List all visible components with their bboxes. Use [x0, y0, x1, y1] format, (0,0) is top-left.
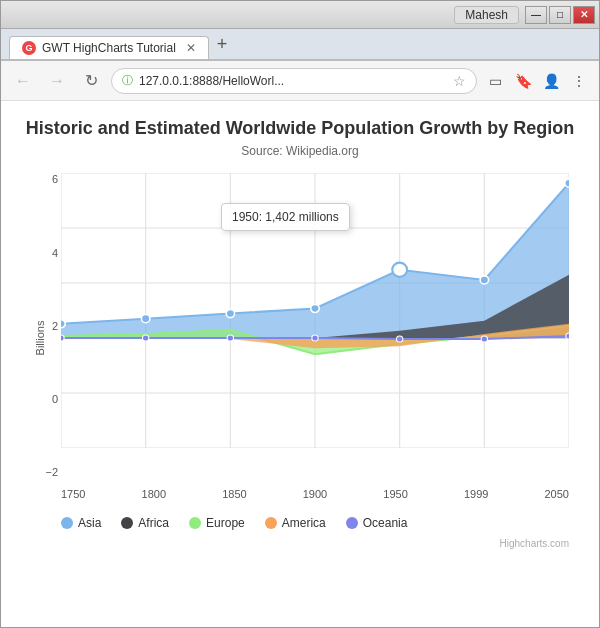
titlebar-buttons: — □ ✕	[525, 6, 595, 24]
legend-item-africa[interactable]: Africa	[121, 516, 169, 530]
chart-container: Historic and Estimated Worldwide Populat…	[1, 101, 599, 627]
tab-favicon: G	[22, 41, 36, 55]
svg-point-15	[61, 320, 65, 328]
highcharts-credit: Highcharts.com	[21, 538, 579, 553]
profile-icon[interactable]: 👤	[539, 69, 563, 93]
toolbar-icons: ▭ 🔖 👤 ⋮	[483, 69, 591, 93]
y-label-4: 4	[23, 247, 58, 259]
svg-point-20	[480, 276, 488, 284]
legend-label-america: America	[282, 516, 326, 530]
chart-area: Billions 6 4 2 0 −2	[21, 168, 579, 508]
legend-dot-europe	[189, 517, 201, 529]
y-labels: 6 4 2 0 −2	[23, 173, 58, 478]
close-button[interactable]: ✕	[573, 6, 595, 24]
svg-point-33	[392, 263, 407, 277]
x-label-1999: 1999	[464, 488, 488, 500]
x-labels: 1750 1800 1850 1900 1950 1999 2050	[61, 488, 569, 500]
tabbar: G GWT HighCharts Tutorial ✕ +	[1, 29, 599, 61]
menu-icon[interactable]: ⋮	[567, 69, 591, 93]
back-button[interactable]: ←	[9, 67, 37, 95]
address-box[interactable]: ⓘ 127.0.0.1:8888/HelloWorl... ☆	[111, 68, 477, 94]
svg-point-31	[481, 336, 487, 342]
new-tab-button[interactable]: +	[211, 34, 234, 55]
legend-item-oceania[interactable]: Oceania	[346, 516, 408, 530]
address-text: 127.0.0.1:8888/HelloWorl...	[139, 74, 447, 88]
legend-dot-africa	[121, 517, 133, 529]
legend-item-america[interactable]: America	[265, 516, 326, 530]
chart-subtitle: Source: Wikipedia.org	[21, 144, 579, 158]
refresh-button[interactable]: ↻	[77, 67, 105, 95]
svg-point-16	[141, 315, 149, 323]
y-label-0: 0	[23, 393, 58, 405]
titlebar-user: Mahesh	[454, 6, 519, 24]
svg-point-28	[227, 335, 233, 341]
legend-label-europe: Europe	[206, 516, 245, 530]
x-label-1850: 1850	[222, 488, 246, 500]
svg-point-17	[226, 310, 234, 318]
legend-label-asia: Asia	[78, 516, 101, 530]
bookmark-list-icon[interactable]: 🔖	[511, 69, 535, 93]
chart-inner: 6 4 2 0 −2	[61, 173, 569, 478]
legend-item-europe[interactable]: Europe	[189, 516, 245, 530]
legend-label-oceania: Oceania	[363, 516, 408, 530]
y-label-6: 6	[23, 173, 58, 185]
x-label-1950: 1950	[383, 488, 407, 500]
svg-point-26	[61, 335, 64, 341]
y-label-2: 2	[23, 320, 58, 332]
x-label-1900: 1900	[303, 488, 327, 500]
svg-point-18	[311, 305, 319, 313]
svg-point-29	[312, 335, 318, 341]
active-tab[interactable]: G GWT HighCharts Tutorial ✕	[9, 36, 209, 59]
chart-svg	[61, 173, 569, 448]
browser-window: Mahesh — □ ✕ G GWT HighCharts Tutorial ✕…	[0, 0, 600, 628]
legend-dot-oceania	[346, 517, 358, 529]
legend-item-asia[interactable]: Asia	[61, 516, 101, 530]
x-label-1800: 1800	[142, 488, 166, 500]
addressbar: ← → ↻ ⓘ 127.0.0.1:8888/HelloWorl... ☆ ▭ …	[1, 61, 599, 101]
y-label-neg2: −2	[23, 466, 58, 478]
tab-title: GWT HighCharts Tutorial	[42, 41, 176, 55]
forward-button[interactable]: →	[43, 67, 71, 95]
secure-icon: ⓘ	[122, 73, 133, 88]
titlebar: Mahesh — □ ✕	[1, 1, 599, 29]
svg-point-32	[566, 333, 569, 339]
chart-title: Historic and Estimated Worldwide Populat…	[21, 117, 579, 140]
x-label-2050: 2050	[544, 488, 568, 500]
tab-close-icon[interactable]: ✕	[186, 41, 196, 55]
legend-dot-asia	[61, 517, 73, 529]
bookmark-icon[interactable]: ☆	[453, 73, 466, 89]
svg-point-27	[142, 335, 148, 341]
svg-point-30	[396, 336, 402, 342]
x-label-1750: 1750	[61, 488, 85, 500]
cast-icon[interactable]: ▭	[483, 69, 507, 93]
maximize-button[interactable]: □	[549, 6, 571, 24]
svg-point-21	[565, 180, 569, 188]
minimize-button[interactable]: —	[525, 6, 547, 24]
legend-label-africa: Africa	[138, 516, 169, 530]
legend: Asia Africa Europe America Oceania	[21, 508, 579, 538]
legend-dot-america	[265, 517, 277, 529]
